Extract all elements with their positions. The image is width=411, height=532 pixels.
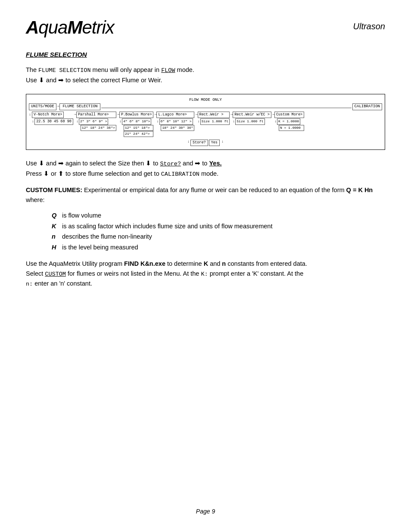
vnotch-col: V-Notch More> ↓ 22.5 30 45 60 90 bbox=[32, 112, 73, 125]
bullet-label-K: K bbox=[52, 221, 60, 232]
calibration-box: CALIBRATION bbox=[352, 103, 382, 110]
store-text: Store? bbox=[160, 161, 181, 167]
down-arr7: ↓ bbox=[233, 119, 235, 124]
custom-row1: ↓ K = 1.0000 bbox=[274, 118, 304, 124]
pbowlus-box: P.Bowlus More> bbox=[119, 112, 153, 118]
arrow-right-1: → bbox=[57, 104, 59, 109]
rectweirec-size: Size 1.000 ft bbox=[235, 118, 265, 124]
p1-text1: The bbox=[26, 66, 38, 73]
bullet-H: H is the level being measured bbox=[52, 242, 385, 253]
down-arr8: ↓ bbox=[274, 119, 277, 124]
units-mode-label: UNITS/MODE bbox=[29, 103, 56, 110]
pbowlus-sizes3: 21" 24" 42"> bbox=[124, 131, 153, 137]
rectweir-size: Size 1.000 ft bbox=[200, 118, 230, 124]
llagco-sizes2: 18" 24" 30" 36" bbox=[161, 125, 194, 131]
llagco-box: L.Lagco More> bbox=[156, 112, 194, 118]
page-number: Page 9 bbox=[196, 508, 215, 515]
down-arr5: ↓ bbox=[156, 119, 159, 124]
paragraph-1: The FLUME SELECTION menu will only appea… bbox=[26, 65, 385, 85]
bullet-content-n: describes the flume non-linearity bbox=[60, 231, 385, 242]
pbowlus-row1: ↓ 4" 6" 8" 10"> bbox=[119, 118, 153, 124]
rectweirec-box: Rect.Weir w/EC > bbox=[233, 112, 271, 118]
store-down-arr2: ↓ bbox=[221, 140, 224, 146]
last-n: n bbox=[222, 260, 226, 267]
find-prog: FIND K&n.exe bbox=[124, 260, 165, 267]
yes-text: Yes. bbox=[209, 160, 221, 167]
down-arrow-icon: ↓ bbox=[29, 112, 31, 117]
custom-N: N = 1.0000 bbox=[279, 125, 304, 131]
n-prompt: n: bbox=[26, 281, 33, 287]
custom-col: Custom More> ↓ K = 1.0000 N = 1.0000 bbox=[274, 112, 304, 131]
vnotch-sizes: 22.5 30 45 60 90 bbox=[34, 118, 73, 125]
rectweirec-row1: ↓ Size 1.000 ft bbox=[233, 118, 271, 124]
down-arr6: ↓ bbox=[198, 119, 200, 124]
page-footer: Page 9 bbox=[0, 508, 411, 515]
parshall-sizes1: 2" 3" 6" 9" > bbox=[79, 118, 108, 124]
parshall-row1: ↓ 2" 3" 6" 9" > bbox=[76, 118, 116, 124]
p1-text3: mode. bbox=[175, 66, 194, 73]
bullet-content-H: is the level being measured bbox=[60, 242, 385, 253]
rectweir-col: Rect.Weir > ↓ Size 1.000 ft bbox=[198, 112, 230, 124]
equation-text: Q = K Hn bbox=[346, 187, 373, 193]
K-prompt: K: bbox=[201, 271, 208, 277]
logo-letter-a: A bbox=[26, 17, 38, 37]
rectweir-row1: ↓ Size 1.000 ft bbox=[198, 118, 230, 124]
llagco-sizes1: 6" 8" 10" 12" > bbox=[159, 118, 193, 124]
bullet-K: K is as scaling factor which includes fl… bbox=[52, 221, 385, 232]
logo: AquaMetrix bbox=[26, 17, 114, 38]
pbowlus-sizes2: 12" 15" 18"> bbox=[124, 125, 153, 131]
cal-text: CALIBRATION bbox=[161, 171, 199, 177]
p2-text1: Use ⬇ and ➡ to select the correct Flume … bbox=[26, 77, 162, 84]
diagram-arrow-col: ↓ bbox=[29, 112, 31, 117]
down-arr4: ↓ bbox=[119, 119, 121, 124]
bullet-label-Q: Q bbox=[52, 210, 60, 221]
product-name: Ultrason bbox=[353, 22, 385, 31]
bullet-label-n: n bbox=[52, 231, 60, 242]
paragraph-4: CUSTOM FLUMES: Experimental or empirical… bbox=[26, 185, 385, 205]
rectweirec-col: Rect.Weir w/EC > ↓ Size 1.000 ft bbox=[233, 112, 271, 124]
llagco-col: L.Lagco More> ↓ 6" 8" 10" 12" > 18" 24" … bbox=[156, 112, 194, 131]
llagco-row1: ↓ 6" 8" 10" 12" > bbox=[156, 118, 194, 124]
custom-body: Experimental or empirical data for any f… bbox=[82, 187, 346, 193]
bullet-content-Q: is flow volume bbox=[60, 210, 385, 221]
p1-menu: FLUME SELECTION bbox=[38, 67, 91, 74]
diagram-flow-label: FLOW MODE ONLY bbox=[29, 98, 382, 103]
flume-selection-box: FLUME SELECTION bbox=[59, 103, 100, 110]
vnotch-box: V-Notch More> bbox=[32, 112, 64, 118]
store-box: Store? bbox=[190, 140, 208, 146]
p1-flow: FLOW bbox=[161, 67, 175, 74]
parshall-box: Parshall More> bbox=[76, 112, 116, 118]
yes-box: Yes bbox=[209, 140, 220, 146]
pbowlus-col: P.Bowlus More> ↓ 4" 6" 8" 10"> 12" 15" 1… bbox=[119, 112, 153, 137]
custom-K: K = 1.0000 bbox=[277, 118, 300, 124]
last-paragraph: Use the AquaMetrix Utility program FIND … bbox=[26, 259, 385, 289]
pbowlus-sizes1: 4" 6" 8" 10"> bbox=[122, 118, 151, 124]
store-row: ↓ Store? Yes ↓ bbox=[29, 140, 382, 146]
parshall-col: Parshall More> ↓ 2" 3" 6" 9" > 12" 18" 2… bbox=[76, 112, 116, 131]
logo-etrix: etrix bbox=[82, 17, 114, 37]
store-down-arr: ↓ bbox=[187, 140, 190, 146]
bullet-list: Q is flow volume K is as scaling factor … bbox=[52, 210, 385, 253]
down-arr2: ↓ bbox=[32, 119, 34, 124]
long-line bbox=[101, 106, 351, 108]
page-header: AquaMetrix Ultrason bbox=[26, 17, 385, 38]
logo-qua: qua bbox=[38, 17, 67, 37]
vnotch-sizes-row: ↓ 22.5 30 45 60 90 bbox=[32, 118, 73, 125]
rectweir-box: Rect.Weir > bbox=[198, 112, 230, 118]
bullet-label-H: H bbox=[52, 242, 60, 253]
last-K: K bbox=[204, 260, 208, 267]
custom-where: where: bbox=[26, 196, 45, 203]
bullet-n: n describes the flume non-linearity bbox=[52, 231, 385, 242]
logo-letter-m: M bbox=[67, 17, 82, 37]
diagram-menu-row: ↓ V-Notch More> ↓ 22.5 30 45 60 90 → Par… bbox=[29, 112, 382, 137]
custom-select: CUSTOM bbox=[45, 271, 66, 277]
custom-box: Custom More> bbox=[274, 112, 304, 118]
paragraph-3: Use ⬇ and ➡ again to select the Size the… bbox=[26, 159, 385, 179]
custom-title: CUSTOM FLUMES: bbox=[26, 187, 82, 193]
p1-text2: menu will only appear in bbox=[91, 66, 162, 73]
down-arr3: ↓ bbox=[76, 119, 78, 124]
menu-diagram: FLOW MODE ONLY UNITS/MODE → FLUME SELECT… bbox=[26, 94, 385, 150]
parshall-sizes2: 12" 18" 24" 36"> bbox=[81, 125, 116, 131]
diagram-top-bar: UNITS/MODE → FLUME SELECTION CALIBRATION bbox=[29, 103, 382, 110]
section-title: FLUME SELECTION bbox=[26, 51, 385, 58]
